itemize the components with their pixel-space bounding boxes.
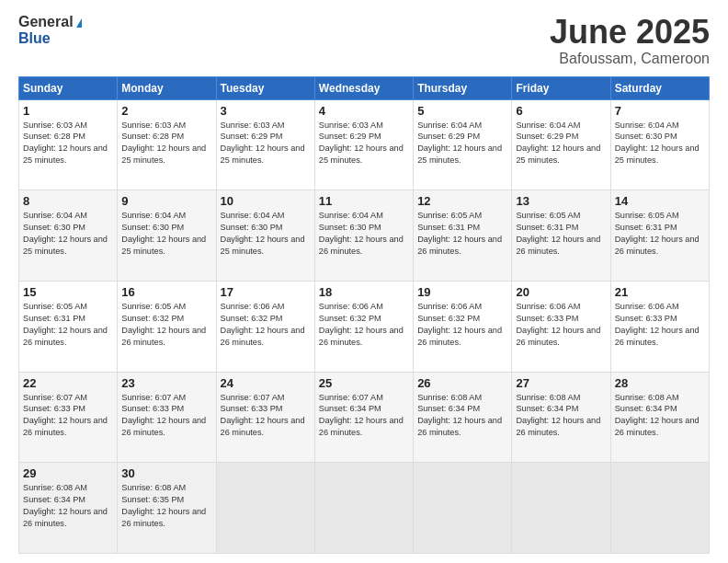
col-tuesday: Tuesday (216, 76, 314, 99)
cell-details: Sunrise: 6:07 AM Sunset: 6:33 PM Dayligh… (121, 392, 211, 440)
cell-details: Sunrise: 6:03 AM Sunset: 6:29 PM Dayligh… (319, 120, 409, 167)
calendar-cell: 12Sunrise: 6:05 AM Sunset: 6:31 PM Dayli… (414, 190, 512, 282)
logo-general: General (18, 14, 82, 30)
cell-details: Sunrise: 6:05 AM Sunset: 6:31 PM Dayligh… (615, 210, 705, 258)
calendar-cell: 24Sunrise: 6:07 AM Sunset: 6:33 PM Dayli… (216, 372, 314, 463)
col-monday: Monday (118, 76, 216, 99)
calendar-cell: 10Sunrise: 6:04 AM Sunset: 6:30 PM Dayli… (216, 190, 314, 282)
day-number: 20 (516, 285, 606, 299)
calendar-cell: 16Sunrise: 6:05 AM Sunset: 6:32 PM Dayli… (118, 281, 216, 372)
calendar-cell: 20Sunrise: 6:06 AM Sunset: 6:33 PM Dayli… (512, 281, 610, 372)
col-thursday: Thursday (414, 76, 512, 99)
calendar-cell: 21Sunrise: 6:06 AM Sunset: 6:33 PM Dayli… (610, 281, 709, 372)
calendar-cell: 23Sunrise: 6:07 AM Sunset: 6:33 PM Dayli… (118, 372, 216, 463)
day-number: 4 (319, 104, 409, 118)
cell-details: Sunrise: 6:06 AM Sunset: 6:33 PM Dayligh… (615, 301, 705, 349)
day-number: 18 (319, 285, 409, 299)
day-number: 16 (121, 285, 211, 299)
cell-details: Sunrise: 6:04 AM Sunset: 6:29 PM Dayligh… (516, 120, 606, 167)
day-number: 30 (121, 466, 211, 480)
week-row-4: 22Sunrise: 6:07 AM Sunset: 6:33 PM Dayli… (19, 372, 710, 463)
day-number: 14 (615, 194, 705, 208)
calendar-cell: 11Sunrise: 6:04 AM Sunset: 6:30 PM Dayli… (314, 190, 413, 282)
calendar-cell: 14Sunrise: 6:05 AM Sunset: 6:31 PM Dayli… (610, 190, 709, 282)
day-number: 5 (417, 104, 507, 118)
calendar-cell: 15Sunrise: 6:05 AM Sunset: 6:31 PM Dayli… (19, 281, 118, 372)
cell-details: Sunrise: 6:08 AM Sunset: 6:34 PM Dayligh… (516, 392, 606, 440)
logo: General Blue (18, 14, 82, 46)
cell-details: Sunrise: 6:04 AM Sunset: 6:30 PM Dayligh… (23, 210, 113, 258)
cell-details: Sunrise: 6:08 AM Sunset: 6:34 PM Dayligh… (615, 392, 705, 440)
cell-details: Sunrise: 6:04 AM Sunset: 6:30 PM Dayligh… (121, 210, 211, 258)
day-number: 13 (516, 194, 606, 208)
calendar-cell: 2Sunrise: 6:03 AM Sunset: 6:28 PM Daylig… (118, 99, 216, 190)
week-row-3: 15Sunrise: 6:05 AM Sunset: 6:31 PM Dayli… (19, 281, 710, 372)
day-number: 2 (121, 104, 211, 118)
calendar-cell (414, 463, 512, 554)
calendar-cell: 9Sunrise: 6:04 AM Sunset: 6:30 PM Daylig… (118, 190, 216, 282)
calendar-cell: 26Sunrise: 6:08 AM Sunset: 6:34 PM Dayli… (414, 372, 512, 463)
calendar-cell: 4Sunrise: 6:03 AM Sunset: 6:29 PM Daylig… (314, 99, 413, 190)
calendar-cell: 1Sunrise: 6:03 AM Sunset: 6:28 PM Daylig… (19, 99, 118, 190)
calendar-cell: 28Sunrise: 6:08 AM Sunset: 6:34 PM Dayli… (610, 372, 709, 463)
calendar-cell: 19Sunrise: 6:06 AM Sunset: 6:32 PM Dayli… (414, 281, 512, 372)
week-row-2: 8Sunrise: 6:04 AM Sunset: 6:30 PM Daylig… (19, 190, 710, 282)
calendar-header-row: Sunday Monday Tuesday Wednesday Thursday… (19, 76, 710, 99)
day-number: 7 (615, 104, 705, 118)
cell-details: Sunrise: 6:04 AM Sunset: 6:30 PM Dayligh… (319, 210, 409, 258)
cell-details: Sunrise: 6:08 AM Sunset: 6:35 PM Dayligh… (121, 482, 211, 530)
day-number: 1 (23, 104, 113, 118)
calendar-cell: 27Sunrise: 6:08 AM Sunset: 6:34 PM Dayli… (512, 372, 610, 463)
day-number: 27 (516, 376, 606, 390)
day-number: 15 (23, 285, 113, 299)
cell-details: Sunrise: 6:05 AM Sunset: 6:31 PM Dayligh… (516, 210, 606, 258)
col-sunday: Sunday (19, 76, 118, 99)
day-number: 25 (319, 376, 409, 390)
calendar-cell (610, 463, 709, 554)
month-title: June 2025 (550, 14, 710, 51)
calendar-table: Sunday Monday Tuesday Wednesday Thursday… (18, 76, 710, 554)
calendar-cell (216, 463, 314, 554)
calendar-cell: 3Sunrise: 6:03 AM Sunset: 6:29 PM Daylig… (216, 99, 314, 190)
cell-details: Sunrise: 6:03 AM Sunset: 6:28 PM Dayligh… (121, 120, 211, 167)
day-number: 10 (221, 194, 311, 208)
cell-details: Sunrise: 6:06 AM Sunset: 6:32 PM Dayligh… (221, 301, 311, 349)
day-number: 17 (221, 285, 311, 299)
cell-details: Sunrise: 6:03 AM Sunset: 6:28 PM Dayligh… (23, 120, 113, 167)
calendar-cell: 6Sunrise: 6:04 AM Sunset: 6:29 PM Daylig… (512, 99, 610, 190)
week-row-5: 29Sunrise: 6:08 AM Sunset: 6:34 PM Dayli… (19, 463, 710, 554)
day-number: 28 (615, 376, 705, 390)
calendar-cell: 18Sunrise: 6:06 AM Sunset: 6:32 PM Dayli… (314, 281, 413, 372)
cell-details: Sunrise: 6:05 AM Sunset: 6:32 PM Dayligh… (121, 301, 211, 349)
calendar-cell: 17Sunrise: 6:06 AM Sunset: 6:32 PM Dayli… (216, 281, 314, 372)
page: General Blue June 2025 Bafoussam, Camero… (0, 0, 728, 563)
cell-details: Sunrise: 6:04 AM Sunset: 6:30 PM Dayligh… (221, 210, 311, 258)
cell-details: Sunrise: 6:07 AM Sunset: 6:34 PM Dayligh… (319, 392, 409, 440)
day-number: 12 (417, 194, 507, 208)
cell-details: Sunrise: 6:07 AM Sunset: 6:33 PM Dayligh… (23, 392, 113, 440)
day-number: 9 (121, 194, 211, 208)
day-number: 3 (221, 104, 311, 118)
title-area: June 2025 Bafoussam, Cameroon (550, 14, 710, 67)
calendar-cell (512, 463, 610, 554)
day-number: 23 (121, 376, 211, 390)
calendar-cell: 22Sunrise: 6:07 AM Sunset: 6:33 PM Dayli… (19, 372, 118, 463)
week-row-1: 1Sunrise: 6:03 AM Sunset: 6:28 PM Daylig… (19, 99, 710, 190)
location-subtitle: Bafoussam, Cameroon (550, 51, 710, 67)
col-wednesday: Wednesday (314, 76, 413, 99)
calendar-cell: 7Sunrise: 6:04 AM Sunset: 6:30 PM Daylig… (610, 99, 709, 190)
calendar-cell: 30Sunrise: 6:08 AM Sunset: 6:35 PM Dayli… (118, 463, 216, 554)
cell-details: Sunrise: 6:03 AM Sunset: 6:29 PM Dayligh… (221, 120, 311, 167)
calendar-cell (314, 463, 413, 554)
cell-details: Sunrise: 6:08 AM Sunset: 6:34 PM Dayligh… (23, 482, 113, 530)
day-number: 29 (23, 466, 113, 480)
day-number: 19 (417, 285, 507, 299)
cell-details: Sunrise: 6:04 AM Sunset: 6:29 PM Dayligh… (417, 120, 507, 167)
day-number: 22 (23, 376, 113, 390)
day-number: 26 (417, 376, 507, 390)
cell-details: Sunrise: 6:04 AM Sunset: 6:30 PM Dayligh… (615, 120, 705, 167)
day-number: 21 (615, 285, 705, 299)
logo-blue: Blue (18, 30, 82, 47)
calendar-cell: 13Sunrise: 6:05 AM Sunset: 6:31 PM Dayli… (512, 190, 610, 282)
cell-details: Sunrise: 6:08 AM Sunset: 6:34 PM Dayligh… (417, 392, 507, 440)
